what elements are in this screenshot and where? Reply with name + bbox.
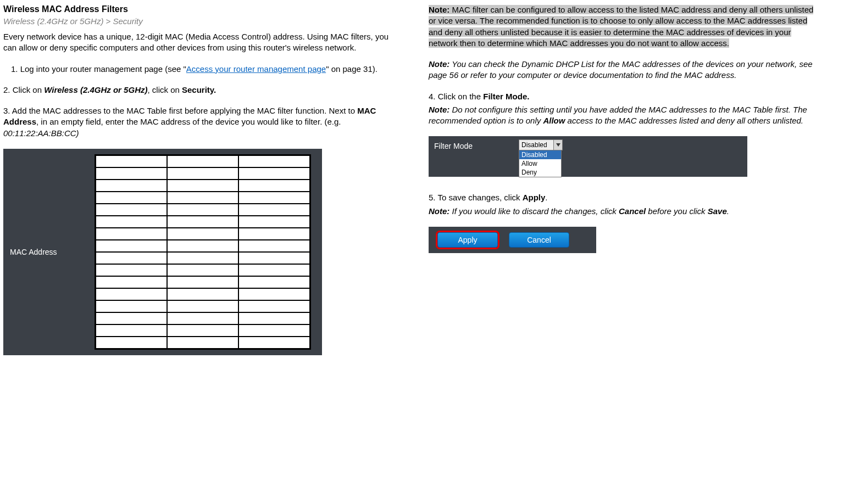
mac-cell[interactable] xyxy=(238,264,310,276)
breadcrumb: Wireless (2.4GHz or 5GHz) > Security xyxy=(3,16,396,26)
mac-cell[interactable] xyxy=(96,252,167,264)
mac-cell[interactable] xyxy=(167,300,238,312)
mac-cell[interactable] xyxy=(96,264,167,276)
mac-cell[interactable] xyxy=(238,300,310,312)
mac-cell[interactable] xyxy=(96,324,167,337)
mac-grid xyxy=(95,154,311,350)
left-column: Wireless MAC Address Filters Wireless (2… xyxy=(0,4,396,355)
step-3: 3. Add the MAC addresses to the MAC Tabl… xyxy=(3,105,396,139)
step4-text-b: Filter Mode. xyxy=(483,92,529,101)
note1-label: Note: xyxy=(429,5,449,14)
note3-text-c: Allow xyxy=(543,116,565,125)
note4-text-c: Cancel xyxy=(619,206,646,216)
access-router-link[interactable]: Access your router management page xyxy=(186,64,326,74)
note-1: Note: MAC filter can be configured to al… xyxy=(429,4,821,49)
step3-text-c: , in an empty field, enter the MAC addre… xyxy=(36,117,341,126)
note4-label: Note: xyxy=(429,206,449,216)
note-3: Note: Do not configure this setting unti… xyxy=(429,104,821,127)
step-1: 1. Log into your router management page … xyxy=(3,64,396,75)
mac-cell[interactable] xyxy=(238,204,310,216)
filter-mode-selected: Disabled xyxy=(519,141,553,149)
step5-text-c: . xyxy=(545,193,547,202)
mac-cell[interactable] xyxy=(96,240,167,252)
mac-cell[interactable] xyxy=(96,204,167,216)
section-title: Wireless MAC Address Filters xyxy=(3,4,396,14)
filter-option-allow[interactable]: Allow xyxy=(519,159,561,168)
filter-option-deny[interactable]: Deny xyxy=(519,168,561,177)
filter-mode-label: Filter Mode xyxy=(434,139,511,150)
mac-cell[interactable] xyxy=(96,180,167,192)
step5-text-a: 5. To save changes, click xyxy=(429,193,523,202)
mac-cell[interactable] xyxy=(238,155,310,167)
mac-cell[interactable] xyxy=(238,312,310,324)
mac-cell[interactable] xyxy=(238,216,310,228)
mac-cell[interactable] xyxy=(167,228,238,240)
right-column: Note: MAC filter can be configured to al… xyxy=(429,4,824,355)
filter-mode-options: Disabled Allow Deny xyxy=(519,150,562,177)
step2-text-d: Security. xyxy=(182,85,216,94)
mac-cell[interactable] xyxy=(167,337,238,349)
apply-cancel-screenshot: Apply Cancel xyxy=(429,227,596,253)
note-4: Note: If you would like to discard the c… xyxy=(429,206,821,217)
mac-cell[interactable] xyxy=(238,324,310,337)
note4-text-b: If you would like to discard the changes… xyxy=(449,206,619,216)
mac-cell[interactable] xyxy=(238,228,310,240)
mac-cell[interactable] xyxy=(96,155,167,167)
page-container: Wireless MAC Address Filters Wireless (2… xyxy=(0,4,866,355)
mac-cell[interactable] xyxy=(167,155,238,167)
filter-mode-screenshot: Filter Mode Disabled Disabled Allow Deny xyxy=(429,136,747,177)
mac-table-screenshot: MAC Address xyxy=(3,149,322,355)
mac-cell[interactable] xyxy=(238,192,310,204)
mac-cell[interactable] xyxy=(238,276,310,288)
mac-cell[interactable] xyxy=(167,324,238,337)
mac-address-label: MAC Address xyxy=(10,248,87,256)
mac-cell[interactable] xyxy=(96,228,167,240)
step-5: 5. To save changes, click Apply. xyxy=(429,192,821,203)
mac-cell[interactable] xyxy=(167,204,238,216)
mac-cell[interactable] xyxy=(238,252,310,264)
filter-mode-dropdown[interactable]: Disabled Disabled Allow Deny xyxy=(519,139,563,150)
mac-cell[interactable] xyxy=(238,240,310,252)
note2-text: You can check the Dynamic DHCP List for … xyxy=(429,59,813,80)
note4-text-f: . xyxy=(727,206,729,216)
step4-text-a: 4. Click on the xyxy=(429,92,483,101)
step2-text-c: , click on xyxy=(147,85,182,94)
step5-text-b: Apply xyxy=(523,193,546,202)
mac-cell[interactable] xyxy=(238,288,310,300)
note-2: Note: You can check the Dynamic DHCP Lis… xyxy=(429,59,821,81)
mac-cell[interactable] xyxy=(167,288,238,300)
note3-text-d: access to the MAC addresses listed and d… xyxy=(565,116,803,125)
intro-paragraph: Every network device has a unique, 12-di… xyxy=(3,31,396,54)
mac-cell[interactable] xyxy=(96,192,167,204)
filter-mode-select[interactable]: Disabled xyxy=(519,139,563,150)
mac-cell[interactable] xyxy=(167,167,238,180)
filter-option-disabled[interactable]: Disabled xyxy=(519,150,561,159)
mac-cell[interactable] xyxy=(238,337,310,349)
note3-label: Note: xyxy=(429,105,449,114)
mac-cell[interactable] xyxy=(167,180,238,192)
note2-label: Note: xyxy=(429,59,449,69)
step1-text-b: " on page 31). xyxy=(326,64,378,74)
mac-cell[interactable] xyxy=(96,216,167,228)
mac-cell[interactable] xyxy=(96,312,167,324)
mac-cell[interactable] xyxy=(96,300,167,312)
mac-cell[interactable] xyxy=(238,180,310,192)
chevron-down-icon[interactable] xyxy=(553,140,562,150)
step3-text-d: 00:11:22:AA:BB:CC) xyxy=(3,128,79,138)
mac-cell[interactable] xyxy=(167,240,238,252)
apply-button[interactable]: Apply xyxy=(437,232,498,248)
mac-cell[interactable] xyxy=(238,167,310,180)
mac-cell[interactable] xyxy=(96,288,167,300)
mac-cell[interactable] xyxy=(167,216,238,228)
mac-cell[interactable] xyxy=(96,337,167,349)
step2-text-a: 2. Click on xyxy=(3,85,44,94)
mac-cell[interactable] xyxy=(96,167,167,180)
mac-cell[interactable] xyxy=(167,312,238,324)
cancel-button[interactable]: Cancel xyxy=(509,232,569,248)
mac-cell[interactable] xyxy=(167,264,238,276)
mac-cell[interactable] xyxy=(167,252,238,264)
mac-cell[interactable] xyxy=(167,192,238,204)
note1-text: MAC filter can be configured to allow ac… xyxy=(429,5,813,48)
mac-cell[interactable] xyxy=(96,276,167,288)
mac-cell[interactable] xyxy=(167,276,238,288)
